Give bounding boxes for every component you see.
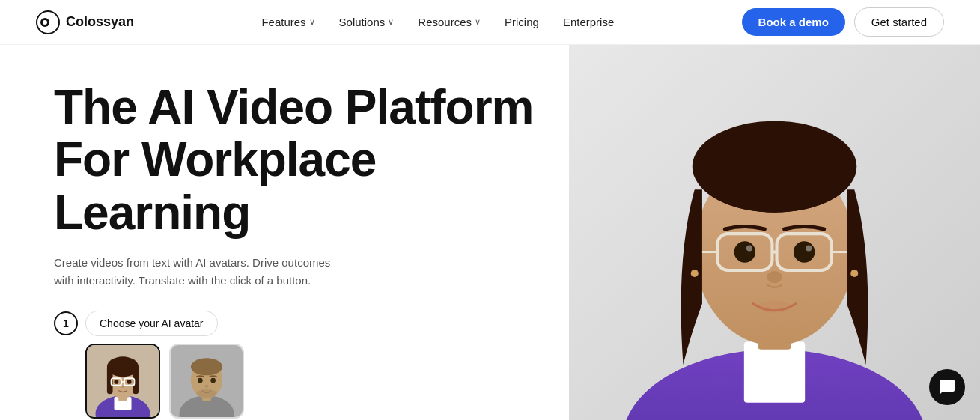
nav-item-resources[interactable]: Resources ∨ [418, 16, 481, 28]
svg-point-46 [850, 270, 858, 277]
svg-point-23 [198, 378, 203, 383]
nav-item-enterprise[interactable]: Enterprise [563, 16, 614, 28]
svg-point-44 [758, 301, 791, 313]
chevron-icon: ∨ [475, 17, 481, 27]
hero-section: The AI Video Platform For Workplace Lear… [0, 45, 980, 420]
svg-point-25 [205, 385, 209, 388]
nav-actions: Book a demo Get started [742, 7, 944, 37]
step-header: 1 Choose your AI avatar [54, 311, 569, 336]
svg-point-33 [695, 129, 855, 213]
chevron-icon: ∨ [388, 17, 394, 27]
svg-point-43 [767, 271, 782, 283]
svg-point-41 [746, 245, 752, 251]
hero-title: The AI Video Platform For Workplace Lear… [54, 81, 569, 239]
book-demo-button[interactable]: Book a demo [742, 8, 845, 36]
svg-point-15 [127, 380, 132, 384]
svg-point-39 [734, 241, 755, 262]
svg-point-21 [191, 358, 222, 375]
logo-text: Colossyan [66, 14, 134, 30]
svg-point-14 [114, 380, 118, 384]
hero-right [569, 45, 980, 420]
chevron-icon: ∨ [309, 17, 315, 27]
avatar-card-female[interactable] [85, 344, 160, 419]
hero-left: The AI Video Platform For Workplace Lear… [0, 45, 569, 420]
svg-point-45 [691, 270, 699, 277]
nav-item-pricing[interactable]: Pricing [505, 16, 539, 28]
nav-links: Features ∨ Solutions ∨ Resources ∨ Prici… [261, 16, 614, 28]
nav-item-features[interactable]: Features ∨ [261, 16, 314, 28]
step-number: 1 [54, 311, 78, 335]
chat-button[interactable] [929, 369, 965, 405]
navbar: Colossyan Features ∨ Solutions ∨ Resourc… [0, 0, 980, 45]
avatar-row [85, 344, 569, 419]
hero-avatar-figure [569, 45, 980, 420]
avatar-card-male[interactable] [169, 344, 244, 419]
svg-point-22 [197, 389, 217, 398]
svg-point-42 [806, 245, 812, 251]
logo[interactable]: Colossyan [36, 10, 134, 34]
step-label: Choose your AI avatar [85, 311, 218, 336]
step-section: 1 Choose your AI avatar [54, 311, 569, 420]
svg-point-2 [43, 20, 47, 25]
svg-point-24 [210, 378, 216, 383]
svg-point-40 [794, 241, 815, 262]
get-started-button[interactable]: Get started [854, 7, 944, 37]
hero-subtitle: Create videos from text with AI avatars.… [54, 254, 338, 290]
nav-item-solutions[interactable]: Solutions ∨ [339, 16, 395, 28]
svg-point-16 [121, 386, 124, 388]
